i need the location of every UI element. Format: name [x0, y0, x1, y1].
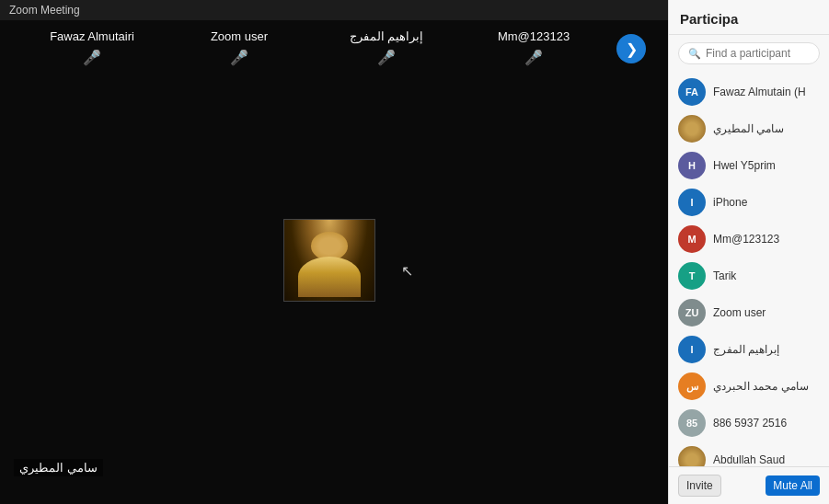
- participant-tile-4: Mm@123123 🎤: [460, 29, 607, 66]
- participant-name-4: Mm@123123: [498, 29, 570, 43]
- avatar-initials: H: [678, 152, 706, 179]
- avatar-initials: I: [678, 336, 706, 363]
- search-icon: 🔍: [688, 48, 701, 60]
- mute-icon-1: 🎤: [83, 49, 101, 66]
- participant-tile-1: Fawaz Almutairi 🎤: [18, 29, 166, 66]
- next-button[interactable]: ❯: [616, 34, 646, 63]
- search-box[interactable]: 🔍: [678, 42, 820, 64]
- avatar-image: [678, 115, 706, 143]
- avatar-initials: I: [678, 189, 706, 216]
- avatar-initials: 85: [678, 409, 706, 437]
- panel-header: Participa: [669, 0, 829, 35]
- meeting-area: Zoom Meeting Fawaz Almutairi 🎤 Zoom user…: [0, 0, 668, 504]
- participant-list-item[interactable]: I iPhone: [669, 184, 829, 221]
- participant-display-name: iPhone: [713, 196, 820, 209]
- participant-display-name: سامي المطيري: [713, 122, 820, 135]
- title-text: Zoom Meeting: [9, 4, 80, 17]
- participant-display-name: Mm@123123: [713, 233, 820, 246]
- next-icon: ❯: [626, 40, 638, 58]
- participant-tile-2: Zoom user 🎤: [166, 29, 313, 66]
- avatar-initials: T: [678, 262, 706, 290]
- participant-list-item[interactable]: I إبراهيم المفرج: [669, 331, 829, 368]
- participants-strip: Fawaz Almutairi 🎤 Zoom user 🎤 إبراهيم ال…: [0, 20, 668, 75]
- mute-icon-2: 🎤: [230, 49, 248, 66]
- participant-name-1: Fawaz Almutairi: [50, 29, 134, 43]
- cursor: ↖: [401, 262, 412, 277]
- participant-display-name: سامي محمد الحبردي: [713, 380, 820, 393]
- participant-list: FA Fawaz Almutain (H سامي المطيري H Hwel…: [669, 72, 829, 466]
- participant-display-name: Tarik: [713, 269, 820, 282]
- participant-list-item[interactable]: ZU Zoom user: [669, 294, 829, 331]
- participant-list-item[interactable]: س سامي محمد الحبردي: [669, 368, 829, 405]
- participant-display-name: 886 5937 2516: [713, 417, 820, 430]
- mute-icon-4: 🎤: [524, 49, 543, 66]
- participant-list-item[interactable]: 85 886 5937 2516: [669, 405, 829, 441]
- participant-name-3: إبراهيم المفرج: [350, 29, 424, 43]
- participant-list-item[interactable]: FA Fawaz Almutain (H: [669, 74, 829, 110]
- avatar-initials: ZU: [678, 299, 706, 326]
- invite-button[interactable]: Invite: [678, 475, 721, 497]
- participant-display-name: Fawaz Almutain (H: [713, 86, 820, 98]
- title-bar: Zoom Meeting: [0, 0, 668, 20]
- mute-all-button[interactable]: Mute All: [766, 475, 820, 496]
- participant-list-item[interactable]: T Tarik: [669, 258, 829, 294]
- avatar-initials: س: [678, 372, 706, 400]
- panel-footer: Invite Mute All: [669, 466, 829, 504]
- avatar-initials: M: [678, 225, 706, 253]
- avatar-image: [678, 446, 706, 466]
- center-video: [283, 219, 375, 302]
- video-person: [284, 220, 374, 301]
- participants-panel: Participa 🔍 FA Fawaz Almutain (H سامي ال…: [668, 0, 829, 504]
- participant-display-name: Abdullah Saud: [713, 453, 820, 466]
- mute-icon-3: 🎤: [377, 49, 396, 66]
- participant-list-item[interactable]: Abdullah Saud: [669, 441, 829, 466]
- bottom-name-label: سامي المطيري: [14, 459, 103, 476]
- participant-list-item[interactable]: M Mm@123123: [669, 221, 829, 258]
- participant-name-2: Zoom user: [211, 29, 268, 43]
- participant-list-item[interactable]: H Hwel Y5prim: [669, 147, 829, 184]
- participant-display-name: إبراهيم المفرج: [713, 343, 820, 356]
- participant-display-name: Hwel Y5prim: [713, 159, 820, 172]
- search-input[interactable]: [706, 47, 810, 60]
- participant-list-item[interactable]: سامي المطيري: [669, 110, 829, 147]
- participant-display-name: Zoom user: [713, 306, 820, 319]
- participant-tile-3: إبراهيم المفرج 🎤: [313, 29, 460, 66]
- avatar-initials: FA: [678, 78, 706, 106]
